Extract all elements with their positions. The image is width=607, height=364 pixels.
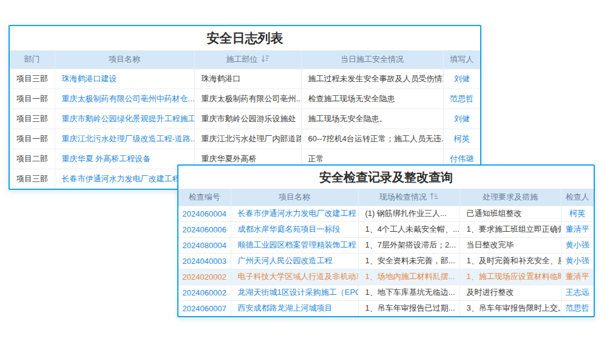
measures-cell: 1、施工现场应设置材料临时... — [459, 269, 561, 285]
project-link[interactable]: 重庆太极制药有限公司亳州中药材仓... — [55, 89, 194, 109]
status-cell: 施工现场无安全隐患。 — [301, 109, 443, 129]
status-cell: 施工过程未发生安全事故及人员受伤情况 — [301, 69, 443, 89]
project-link[interactable]: 长春市伊通河水力发电厂改建工程 — [231, 206, 358, 221]
inspection-table-row: 2024080004 顺德工业园区档案管理精装饰工程（一标段 1、7层外架搭设滞… — [178, 237, 594, 253]
project-link[interactable]: 电子科技大学区域人行道及非机动车道工程 — [231, 269, 358, 285]
location-cell: 重庆江北污水处理厂内部道路 — [194, 129, 301, 149]
log-col-project[interactable]: 项目名称 — [55, 50, 194, 69]
insp-col-situation-label: 现场检查情况 — [379, 192, 427, 201]
check-id-link[interactable]: 2024060004 — [178, 206, 231, 221]
log-col-writer[interactable]: 填写人 — [443, 50, 480, 69]
check-id-link[interactable]: 2024060007 — [178, 300, 231, 316]
log-col-status-label: 当日施工安全情况 — [341, 55, 404, 64]
sort-ascending-icon[interactable] — [430, 192, 438, 202]
inspector-link[interactable]: 范思哲 — [561, 300, 594, 316]
situation-cell: 1、场地内施工材料乱摆... — [358, 269, 459, 285]
log-table-row: 项目三部 珠海鹤港口建设 珠海鹤港口 施工过程未发生安全事故及人员受伤情况 刘健 — [10, 69, 480, 89]
insp-col-check-id[interactable]: 检查编号 — [178, 189, 231, 206]
project-link[interactable]: 长春市伊通河水力发电厂改建工程 — [55, 169, 194, 189]
check-id-link[interactable]: 2024040003 — [178, 253, 231, 269]
log-col-project-label: 项目名称 — [109, 55, 140, 64]
sort-descending-icon[interactable] — [261, 55, 270, 64]
insp-col-measures-label: 处理要求及措施 — [483, 192, 538, 201]
inspection-table-row-highlighted: 2024020002 电子科技大学区域人行道及非机动车道工程 1、场地内施工材料… — [178, 269, 594, 285]
status-cell: 检查施工现场无安全隐患 — [301, 89, 443, 109]
inspection-table-row: 2024040003 广州天河人民公园改造工程 1、安全资料未完善，部... 1… — [178, 253, 594, 269]
department-cell: 项目三部 — [10, 69, 55, 89]
situation-cell: 1、地下车库基坑无临边... — [358, 285, 459, 300]
inspection-query-title: 安全检查记录及整改查询 — [178, 166, 594, 189]
project-link[interactable]: 西安成都路龙湖上河城项目 — [231, 300, 358, 316]
measures-cell: 1、要求施工班组立即正确佩... — [459, 221, 561, 237]
insp-col-check-id-label: 检查编号 — [189, 192, 220, 201]
insp-col-inspector[interactable]: 检查人 — [561, 189, 594, 206]
measures-cell: 及时进行整改 — [459, 285, 561, 300]
inspector-link[interactable]: 王志远 — [561, 285, 594, 300]
writer-link[interactable]: 刘健 — [443, 69, 480, 89]
location-cell: 珠海鹤港口 — [194, 69, 301, 89]
inspector-link[interactable]: 董清平 — [561, 269, 594, 285]
project-link[interactable]: 顺德工业园区档案管理精装饰工程（一标段 — [231, 237, 358, 253]
measures-cell: 3、吊车年审报告限时上交。 — [459, 300, 561, 316]
project-link[interactable]: 龙湖天街城1区设计采购施工（EPC）总承 — [231, 285, 358, 300]
insp-col-situation[interactable]: 现场检查情况 — [358, 189, 459, 206]
log-table-row: 项目一部 重庆太极制药有限公司亳州中药材仓... 重庆太极制药有限公司亳州...… — [10, 89, 480, 109]
insp-col-measures[interactable]: 处理要求及措施 — [459, 189, 561, 206]
department-cell: 项目一部 — [10, 129, 55, 149]
inspection-table-row: 2024060006 成都水岸华庭名苑项目一标段 1、4个工人未戴安全帽、...… — [178, 221, 594, 237]
inspection-table: 检查编号 项目名称 现场检查情况 处理要求及措施 检查人 2024060004 … — [178, 189, 594, 316]
log-col-department-label: 部门 — [24, 55, 40, 64]
inspection-header-row: 检查编号 项目名称 现场检查情况 处理要求及措施 检查人 — [178, 189, 594, 206]
inspection-table-row: 2024060004 长春市伊通河水力发电厂改建工程 (1) 钢筋绑扎作业三人.… — [178, 206, 594, 221]
inspector-link[interactable]: 柯英 — [561, 206, 594, 221]
log-col-location-label: 施工部位 — [226, 55, 258, 64]
inspector-link[interactable]: 黄小强 — [561, 253, 594, 269]
measures-cell: 已通知班组整改 — [459, 206, 561, 221]
department-cell: 项目三部 — [10, 109, 55, 129]
inspection-table-row: 2024060002 龙湖天街城1区设计采购施工（EPC）总承 1、地下车库基坑… — [178, 285, 594, 300]
insp-col-project[interactable]: 项目名称 — [231, 189, 358, 206]
log-col-location[interactable]: 施工部位 — [194, 50, 301, 69]
inspection-table-row: 2024060007 西安成都路龙湖上河城项目 1、吊车年审报告已过期... 3… — [178, 300, 594, 316]
department-cell: 项目二部 — [10, 149, 55, 169]
inspector-link[interactable]: 董清平 — [561, 221, 594, 237]
writer-link[interactable]: 柯英 — [443, 129, 480, 149]
project-link[interactable]: 广州天河人民公园改造工程 — [231, 253, 358, 269]
check-id-link[interactable]: 2024060002 — [178, 285, 231, 300]
project-link[interactable]: 重庆江北污水处理厂级改造工程-道路... — [55, 129, 194, 149]
location-cell: 重庆太极制药有限公司亳州... — [194, 89, 301, 109]
log-col-writer-label: 填写人 — [450, 55, 473, 64]
check-id-link[interactable]: 2024080004 — [178, 237, 231, 253]
situation-cell: 1、7层外架搭设滞后；2... — [358, 237, 459, 253]
location-cell: 重庆市鹅岭公园游乐设施处 — [194, 109, 301, 129]
insp-col-project-label: 项目名称 — [279, 192, 310, 201]
safety-log-title: 安全日志列表 — [10, 26, 480, 50]
situation-cell: 1、吊车年审报告已过期... — [358, 300, 459, 316]
log-table-row: 项目一部 重庆江北污水处理厂级改造工程-道路... 重庆江北污水处理厂内部道路 … — [10, 129, 480, 149]
log-col-status[interactable]: 当日施工安全情况 — [301, 50, 443, 69]
measures-cell: 当日整改完毕 — [459, 237, 561, 253]
log-header-row: 部门 项目名称 施工部位 当日施工安全情况 填写人 — [10, 50, 480, 69]
situation-cell: 1、4个工人未戴安全帽、... — [358, 221, 459, 237]
measures-cell: 1、及时完善和补充安全、质... — [459, 253, 561, 269]
check-id-link[interactable]: 2024020002 — [178, 269, 231, 285]
check-id-link[interactable]: 2024060006 — [178, 221, 231, 237]
situation-cell: (1) 钢筋绑扎作业三人... — [358, 206, 459, 221]
project-link[interactable]: 珠海鹤港口建设 — [55, 69, 194, 89]
project-link[interactable]: 成都水岸华庭名苑项目一标段 — [231, 221, 358, 237]
writer-link[interactable]: 刘健 — [443, 109, 480, 129]
project-link[interactable]: 重庆市鹅岭公园绿化景观提升工程施工 — [55, 109, 194, 129]
status-cell: 60--7挖机4台运转正常；施工人员无违... — [301, 129, 443, 149]
inspector-link[interactable]: 黄小强 — [561, 237, 594, 253]
department-cell: 项目三部 — [10, 169, 55, 189]
project-link[interactable]: 重庆华夏 外高桥工程设备 — [55, 149, 194, 169]
department-cell: 项目一部 — [10, 89, 55, 109]
log-table-row: 项目三部 重庆市鹅岭公园绿化景观提升工程施工 重庆市鹅岭公园游乐设施处 施工现场… — [10, 109, 480, 129]
writer-link[interactable]: 范思哲 — [443, 89, 480, 109]
log-col-department[interactable]: 部门 — [10, 50, 55, 69]
insp-col-inspector-label: 检查人 — [566, 192, 589, 201]
situation-cell: 1、安全资料未完善，部... — [358, 253, 459, 269]
inspection-query-panel: 安全检查记录及整改查询 检查编号 项目名称 现场检查情况 处理要求及措施 检查人… — [177, 164, 595, 317]
